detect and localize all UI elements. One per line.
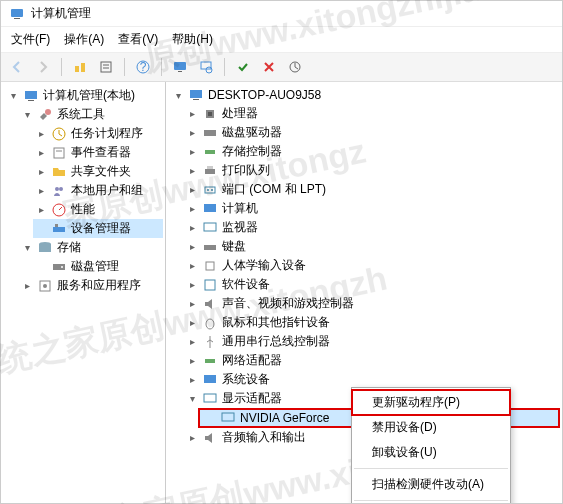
- expander-icon[interactable]: ▸: [186, 241, 198, 253]
- expander-icon[interactable]: ▾: [21, 109, 33, 121]
- tree-label: DESKTOP-AUO9J58: [208, 88, 321, 102]
- tree-label: 端口 (COM 和 LPT): [222, 181, 326, 198]
- svg-rect-27: [53, 264, 65, 270]
- device-network[interactable]: ▸网络适配器: [184, 351, 560, 370]
- device-monitors[interactable]: ▸监视器: [184, 218, 560, 237]
- tree-label: 网络适配器: [222, 352, 282, 369]
- tree-label: 磁盘驱动器: [222, 124, 282, 141]
- expander-icon[interactable]: ▸: [21, 280, 33, 292]
- tree-disk-mgmt[interactable]: ·磁盘管理: [33, 257, 163, 276]
- expander-icon[interactable]: ▸: [35, 166, 47, 178]
- expander-icon[interactable]: ▸: [186, 317, 198, 329]
- tree-label: 存储控制器: [222, 143, 282, 160]
- menu-uninstall-device[interactable]: 卸载设备(U): [352, 440, 510, 465]
- tree-local-users[interactable]: ▸本地用户和组: [33, 181, 163, 200]
- device-ports[interactable]: ▸端口 (COM 和 LPT): [184, 180, 560, 199]
- toolbar-properties-icon[interactable]: [96, 57, 116, 77]
- tree-system-tools[interactable]: ▾ 系统工具: [19, 105, 163, 124]
- device-usb[interactable]: ▸通用串行总线控制器: [184, 332, 560, 351]
- svg-point-20: [55, 187, 59, 191]
- device-software[interactable]: ▸软件设备: [184, 275, 560, 294]
- device-hid[interactable]: ▸人体学输入设备: [184, 256, 560, 275]
- tree-services[interactable]: ▸服务和应用程序: [19, 276, 163, 295]
- hid-icon: [202, 258, 218, 274]
- toolbar-forward-icon[interactable]: [33, 57, 53, 77]
- svg-rect-36: [205, 150, 215, 154]
- expander-icon[interactable]: ▸: [186, 108, 198, 120]
- svg-rect-18: [54, 148, 64, 158]
- expander-icon[interactable]: ▸: [186, 184, 198, 196]
- disk-icon: [51, 259, 67, 275]
- expander-icon[interactable]: ▸: [35, 204, 47, 216]
- tree-event-viewer[interactable]: ▸事件查看器: [33, 143, 163, 162]
- device-keyboards[interactable]: ▸键盘: [184, 237, 560, 256]
- tree-label: 声音、视频和游戏控制器: [222, 295, 354, 312]
- expander-icon[interactable]: ▸: [186, 222, 198, 234]
- tree-label: 本地用户和组: [71, 182, 143, 199]
- expander-icon[interactable]: ▸: [35, 185, 47, 197]
- menu-disable-device[interactable]: 禁用设备(D): [352, 415, 510, 440]
- menu-help[interactable]: 帮助(H): [166, 29, 219, 50]
- tree-label: 存储: [57, 239, 81, 256]
- device-mice[interactable]: ▸鼠标和其他指针设备: [184, 313, 560, 332]
- expander-icon[interactable]: ▸: [186, 432, 198, 444]
- expander-icon[interactable]: ▸: [186, 165, 198, 177]
- toolbar-disable-icon[interactable]: [259, 57, 279, 77]
- toolbar: ?: [1, 53, 562, 82]
- left-tree: ▾ 计算机管理(本地) ▾ 系统工具: [3, 86, 163, 295]
- menu-file[interactable]: 文件(F): [5, 29, 56, 50]
- toolbar-help-icon[interactable]: ?: [133, 57, 153, 77]
- toolbar-up-icon[interactable]: [70, 57, 90, 77]
- expander-icon[interactable]: ▾: [7, 90, 19, 102]
- tree-shared-folders[interactable]: ▸共享文件夹: [33, 162, 163, 181]
- device-print-queues[interactable]: ▸打印队列: [184, 161, 560, 180]
- expander-icon[interactable]: ▾: [21, 242, 33, 254]
- tree-task-scheduler[interactable]: ▸任务计划程序: [33, 124, 163, 143]
- tree-performance[interactable]: ▸性能: [33, 200, 163, 219]
- expander-icon[interactable]: ▸: [186, 260, 198, 272]
- device-storage-controllers[interactable]: ▸存储控制器: [184, 142, 560, 161]
- svg-rect-39: [205, 187, 215, 193]
- menu-view[interactable]: 查看(V): [112, 29, 164, 50]
- expander-icon[interactable]: ▸: [35, 128, 47, 140]
- monitor-icon: [202, 220, 218, 236]
- svg-rect-9: [174, 62, 186, 70]
- menu-update-driver[interactable]: 更新驱动程序(P): [352, 390, 510, 415]
- expander-icon[interactable]: ▾: [172, 89, 184, 101]
- expander-icon[interactable]: ▸: [186, 279, 198, 291]
- expander-icon[interactable]: ▸: [186, 336, 198, 348]
- device-root[interactable]: ▾DESKTOP-AUO9J58: [170, 86, 560, 104]
- expander-icon[interactable]: ▸: [186, 146, 198, 158]
- expander-icon[interactable]: ▸: [35, 147, 47, 159]
- svg-point-16: [45, 109, 51, 115]
- performance-icon: [51, 202, 67, 218]
- expander-icon[interactable]: ▸: [186, 127, 198, 139]
- expander-icon[interactable]: ▾: [186, 393, 198, 405]
- expander-icon[interactable]: ▸: [186, 374, 198, 386]
- toolbar-scan-icon[interactable]: [196, 57, 216, 77]
- toolbar-back-icon[interactable]: [7, 57, 27, 77]
- tree-device-manager[interactable]: ·设备管理器: [33, 219, 163, 238]
- svg-rect-2: [75, 66, 79, 72]
- device-sound[interactable]: ▸声音、视频和游戏控制器: [184, 294, 560, 313]
- expander-icon[interactable]: ▸: [186, 355, 198, 367]
- svg-point-28: [61, 266, 63, 268]
- tree-storage[interactable]: ▾存储: [19, 238, 163, 257]
- tree-label: 计算机: [222, 200, 258, 217]
- tree-label: 磁盘管理: [71, 258, 119, 275]
- expander-icon[interactable]: ▸: [186, 203, 198, 215]
- device-disk-drives[interactable]: ▸磁盘驱动器: [184, 123, 560, 142]
- toolbar-update-icon[interactable]: [285, 57, 305, 77]
- menu-scan-hardware[interactable]: 扫描检测硬件改动(A): [352, 472, 510, 497]
- menu-action[interactable]: 操作(A): [58, 29, 110, 50]
- toolbar-enable-icon[interactable]: [233, 57, 253, 77]
- device-processors[interactable]: ▸处理器: [184, 104, 560, 123]
- expander-icon[interactable]: ▸: [186, 298, 198, 310]
- tree-label: 人体学输入设备: [222, 257, 306, 274]
- printer-icon: [202, 163, 218, 179]
- svg-rect-49: [204, 375, 216, 383]
- tree-root[interactable]: ▾ 计算机管理(本地): [5, 86, 163, 105]
- toolbar-monitor-icon[interactable]: [170, 57, 190, 77]
- keyboard-icon: [202, 239, 218, 255]
- device-computers[interactable]: ▸计算机: [184, 199, 560, 218]
